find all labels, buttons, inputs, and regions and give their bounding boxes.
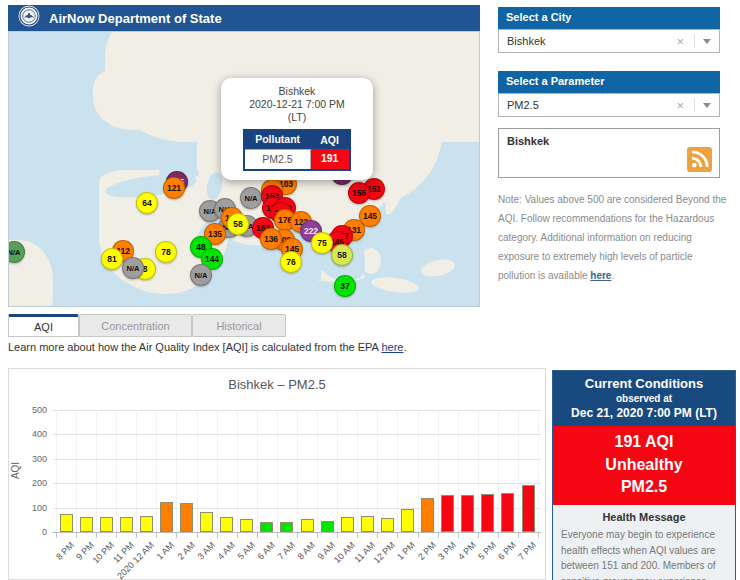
- note-here-link[interactable]: here: [590, 270, 611, 281]
- chart-bar[interactable]: [160, 502, 173, 532]
- chart-y-tick-label: 100: [17, 503, 47, 513]
- conditions-aqi-block: 191 AQI Unhealthy PM2.5: [553, 426, 735, 505]
- chart-bar[interactable]: [140, 516, 153, 532]
- aqi-marker[interactable]: 64: [136, 192, 158, 214]
- aqi-marker[interactable]: N/A: [122, 257, 144, 279]
- chart-y-tick-label: 200: [17, 478, 47, 488]
- select-city-header: Select a City: [498, 7, 720, 29]
- divider: [694, 34, 695, 48]
- chart-vertical-gridline: [237, 410, 238, 532]
- conditions-subtitle: observed at: [557, 393, 731, 404]
- epa-link[interactable]: here: [381, 341, 403, 353]
- popup-timezone: (LT): [226, 111, 368, 124]
- aqi-note-text: Note: Values above 500 are considered Be…: [498, 190, 730, 285]
- aqi-marker[interactable]: N/A: [240, 187, 262, 209]
- aqi-marker[interactable]: 58: [331, 244, 353, 266]
- chart-bar[interactable]: [180, 503, 193, 532]
- chart-y-tick-label: 500: [17, 405, 47, 415]
- parameter-chevron-down-icon[interactable]: [703, 103, 711, 108]
- chart-y-tick-label: 0: [17, 527, 47, 537]
- chart-vertical-gridline: [458, 410, 459, 532]
- select-parameter-header: Select a Parameter: [498, 71, 720, 93]
- tab-aqi[interactable]: AQI: [8, 314, 79, 337]
- chart-bar[interactable]: [421, 498, 434, 532]
- chart-bar[interactable]: [280, 522, 293, 532]
- chart-bar[interactable]: [100, 517, 113, 532]
- aqi-marker[interactable]: 75: [311, 232, 333, 254]
- rss-feed-city: Bishkek: [507, 135, 549, 147]
- parameter-select[interactable]: PM2.5 ×: [498, 93, 720, 117]
- chart-vertical-gridline: [478, 410, 479, 532]
- chart-bar[interactable]: [361, 516, 374, 532]
- popup-pollutant-value: PM2.5: [244, 149, 310, 170]
- airnow-page: AirNow Department of State: [0, 0, 740, 580]
- rss-icon[interactable]: [687, 147, 712, 172]
- chart-x-label: 4 AM: [215, 540, 237, 562]
- chart-vertical-gridline: [176, 410, 177, 532]
- chart-vertical-gridline: [357, 410, 358, 532]
- chart-bar[interactable]: [301, 519, 314, 532]
- city-clear-icon[interactable]: ×: [676, 35, 684, 48]
- popup-table: Pollutant AQI PM2.5 191: [243, 129, 351, 170]
- tab-historical[interactable]: Historical: [192, 314, 286, 337]
- chart-vertical-gridline: [96, 410, 97, 532]
- chart-bar[interactable]: [60, 514, 73, 532]
- aqi-marker[interactable]: 58: [227, 213, 249, 235]
- chart-bar[interactable]: [321, 521, 334, 532]
- chart-bar[interactable]: [441, 495, 454, 532]
- popup-aqi-value: 191: [310, 149, 350, 170]
- chart-gridline: [53, 459, 541, 460]
- chart-gridline: [53, 410, 541, 411]
- chart-vertical-gridline: [197, 410, 198, 532]
- chart-vertical-gridline: [76, 410, 77, 532]
- chart-vertical-gridline: [538, 410, 539, 532]
- aqi-marker[interactable]: 37: [334, 275, 356, 297]
- chart-bar[interactable]: [200, 512, 213, 532]
- chart-x-label: 5 AM: [235, 540, 257, 562]
- city-chevron-down-icon[interactable]: [703, 39, 711, 44]
- chart-x-label: 10 AM: [332, 540, 357, 565]
- chart-vertical-gridline: [297, 410, 298, 532]
- aqi-marker[interactable]: 121: [163, 177, 185, 199]
- aqi-marker[interactable]: 81: [101, 248, 123, 270]
- chart-bar[interactable]: [120, 517, 133, 532]
- chart-vertical-gridline: [56, 410, 57, 532]
- chart-vertical-gridline: [156, 410, 157, 532]
- chart-bar[interactable]: [522, 485, 535, 532]
- parameter-select-value: PM2.5: [507, 99, 676, 111]
- parameter-clear-icon[interactable]: ×: [676, 99, 684, 112]
- aqi-marker[interactable]: N/A: [190, 264, 212, 286]
- conditions-datetime: Dec 21, 2020 7:00 PM (LT): [557, 406, 731, 420]
- popup-aqi-header: AQI: [310, 130, 350, 149]
- city-select-value: Bishkek: [507, 35, 676, 47]
- popup-pollutant-header: Pollutant: [244, 130, 310, 149]
- chart-bar[interactable]: [501, 493, 514, 532]
- chart-x-label: 7 AM: [275, 540, 297, 562]
- health-message-title: Health Message: [561, 511, 727, 523]
- divider: [694, 98, 695, 112]
- chart-bar[interactable]: [220, 517, 233, 532]
- chart-bar[interactable]: [260, 522, 273, 532]
- chart-bar[interactable]: [481, 494, 494, 532]
- chart-bar[interactable]: [240, 519, 253, 532]
- chart-bar[interactable]: [461, 495, 474, 532]
- conditions-aqi-value: 191 AQI: [553, 431, 735, 454]
- chart-y-tick-label: 400: [17, 429, 47, 439]
- aqi-marker[interactable]: 155: [348, 182, 370, 204]
- aqi-chart: Bishkek – PM2.5 AQI 01002003004005008 PM…: [8, 368, 546, 580]
- chart-vertical-gridline: [257, 410, 258, 532]
- aqi-marker[interactable]: 78: [155, 241, 177, 263]
- chart-bar[interactable]: [341, 517, 354, 532]
- chart-bar[interactable]: [80, 517, 93, 532]
- aqi-map[interactable]: N/A30512164112818N/A78N/AN/AN/AN/AN/A103…: [8, 31, 480, 307]
- tab-concentration[interactable]: Concentration: [79, 314, 192, 337]
- aqi-marker[interactable]: 136: [260, 228, 282, 250]
- chart-x-label: 8 AM: [296, 540, 318, 562]
- chart-x-label: 3 PM: [436, 540, 458, 562]
- chart-bar[interactable]: [401, 509, 414, 532]
- chart-bar[interactable]: [381, 518, 394, 532]
- chart-x-label: 4 PM: [456, 540, 478, 562]
- city-select[interactable]: Bishkek ×: [498, 29, 720, 53]
- aqi-marker[interactable]: 76: [280, 251, 302, 273]
- chart-x-label: 10 PM: [91, 540, 116, 565]
